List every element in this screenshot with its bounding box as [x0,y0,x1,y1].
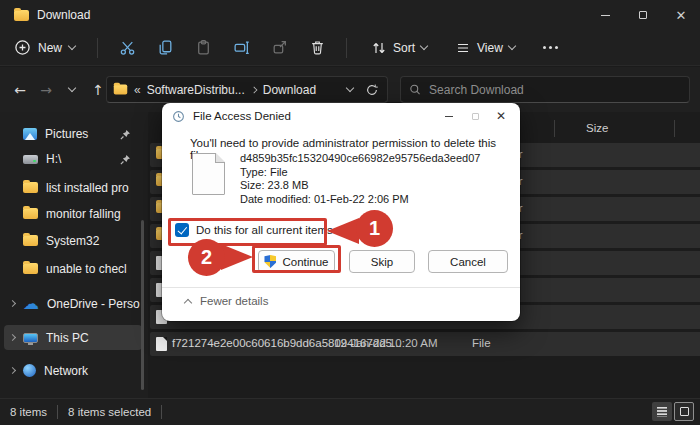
plus-circle-icon [14,39,31,56]
folder-icon [23,235,38,246]
status-bar: 8 items 8 items selected [0,398,700,425]
trash-icon [309,39,326,56]
cloud-icon: ☁ [23,298,39,310]
breadcrumb-parent[interactable]: SoftwareDistribu... [147,83,245,97]
dialog-minimize-button[interactable] [436,103,462,129]
pin-icon [119,153,132,166]
status-divider [57,405,58,419]
address-dropdown-icon[interactable] [346,84,354,92]
minimize-icon [445,116,453,117]
clock-icon [172,110,185,123]
close-button[interactable]: ✕ [662,0,700,30]
dialog-close-button[interactable]: ✕ [488,103,514,129]
annotation-arrow-1 [327,218,359,244]
new-button[interactable]: New [0,39,87,56]
table-row[interactable]: f721274e2e00c60616b9dd6a58094167dd5... 1… [150,332,700,356]
folder-icon [23,208,38,219]
annotation-step-1: 1 [356,210,393,247]
sidebar-item-this-pc[interactable]: This PC [4,325,142,350]
chevron-right-icon [250,86,257,93]
large-icons-view-button[interactable] [674,402,694,421]
details-view-button[interactable] [652,402,672,421]
sidebar-item-system32[interactable]: System32 [4,228,142,253]
search-input[interactable] [429,83,681,97]
delete-button[interactable] [298,34,336,62]
title-bar: Download ✕ [0,0,700,30]
file-type: Type: File [240,166,480,180]
selected-count: 8 items selected [68,406,151,418]
sidebar-item-label: list installed pro [46,181,129,195]
annotation-box-continue [252,245,341,273]
new-button-label: New [38,41,62,55]
chevron-right-icon[interactable] [9,334,16,341]
file-name: d4859b35fc15320490ce66982e95756eda3eed07 [240,152,480,166]
chevron-down-icon [68,84,76,92]
drive-icon [23,155,38,164]
file-icon [192,153,225,195]
sidebar-item-label: This PC [46,331,89,345]
minimize-button[interactable] [586,0,624,30]
sidebar-item-label: OneDrive - Perso [47,297,140,311]
copy-icon [157,39,174,56]
copy-button[interactable] [146,34,184,62]
file-access-denied-dialog: File Access Denied ✕ You'll need to prov… [162,103,520,321]
status-divider [161,405,162,419]
rename-button[interactable] [222,34,260,62]
share-button[interactable] [260,34,298,62]
sidebar-item-monitor-falling[interactable]: monitor falling [4,201,142,226]
file-icon [156,337,167,351]
search-box[interactable] [400,76,690,103]
sidebar-item-unable-to-check[interactable]: unable to checl [4,256,142,281]
dialog-maximize-button [462,103,488,129]
sidebar-item-label: System32 [46,234,99,248]
sort-button-label: Sort [393,41,415,55]
search-icon [409,83,421,96]
sidebar-item-h-drive[interactable]: H:\ [4,146,142,171]
network-icon [23,364,36,377]
annotation-step-2-label: 2 [201,246,212,269]
recent-locations-button[interactable] [60,77,84,103]
file-modified: Date modified: 01-Feb-22 2:06 PM [240,193,480,207]
folder-icon [114,85,128,95]
forward-button[interactable]: → [34,77,58,103]
breadcrumb-overflow-icon[interactable]: « [134,83,141,97]
cut-icon [119,39,136,56]
close-icon: ✕ [676,9,687,22]
fewer-details-toggle[interactable]: Fewer details [185,295,268,307]
chevron-right-icon[interactable] [9,367,16,374]
more-options-button[interactable] [529,46,572,49]
sidebar-item-list-installed[interactable]: list installed pro [4,175,142,200]
back-button[interactable]: ← [8,77,32,103]
sort-button[interactable]: Sort [357,40,441,56]
sidebar-item-onedrive[interactable]: ☁ OneDrive - Perso [4,291,142,316]
sidebar-item-network[interactable]: Network [4,358,142,383]
column-divider[interactable] [554,120,555,137]
sidebar-scrollbar[interactable] [141,220,144,390]
annotation-arrow-2 [221,244,253,270]
annotation-step-1-label: 1 [369,217,380,240]
chevron-right-icon[interactable] [9,300,16,307]
view-button[interactable]: View [441,40,529,56]
breadcrumb-current[interactable]: Download [263,83,316,97]
skip-button[interactable]: Skip [349,250,415,273]
close-icon: ✕ [496,109,506,123]
maximize-button[interactable] [624,0,662,30]
dialog-divider [162,287,520,288]
sidebar-item-label: unable to checl [46,262,127,276]
cancel-button[interactable]: Cancel [428,250,508,273]
column-divider[interactable] [674,120,675,137]
row-type: File [472,337,491,349]
folder-icon [23,263,38,274]
maximize-icon [472,113,479,120]
sidebar-item-pictures[interactable]: Pictures [4,121,142,146]
maximize-icon [639,11,647,19]
breadcrumb[interactable]: « SoftwareDistribu... Download [106,76,388,103]
file-size: Size: 23.8 MB [240,179,480,193]
paste-button[interactable] [184,34,222,62]
cut-button[interactable] [108,34,146,62]
sidebar-item-label: Network [44,364,88,378]
folder-icon [14,10,29,21]
chevron-down-icon [68,42,76,50]
refresh-icon[interactable] [365,83,379,97]
size-column-header[interactable]: Size [586,122,608,134]
